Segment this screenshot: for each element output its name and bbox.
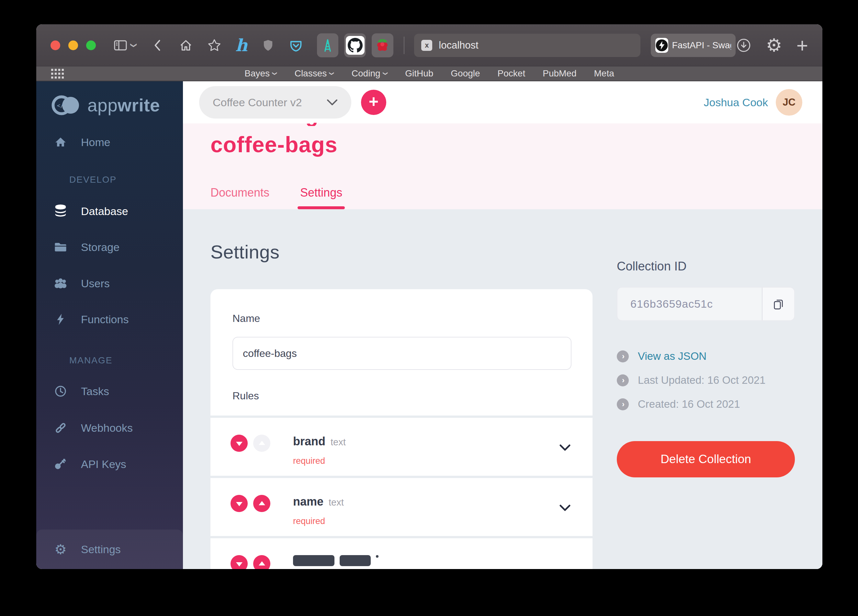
bookmarks-bar: Bayes❯ Classes❯ Coding❯ GitHub Google Po… <box>36 66 822 81</box>
collection-id-box: 616b3659ac51c <box>617 287 795 321</box>
settings-body: Settings Name Rules <box>183 209 822 569</box>
browser-toolbar: ❯ h <box>36 24 822 66</box>
rule-required-flag: required <box>293 456 346 466</box>
chevron-down-icon: ❯ <box>272 72 278 76</box>
expand-rule-chevron-icon[interactable] <box>560 444 570 452</box>
close-window-button[interactable] <box>51 40 60 50</box>
fastapi-icon <box>655 38 668 53</box>
user-name-link[interactable]: Joshua Cook <box>704 96 768 109</box>
bookmark-folder-classes[interactable]: Classes❯ <box>295 68 334 79</box>
window-controls <box>51 40 96 50</box>
move-down-button[interactable] <box>230 435 248 452</box>
sidebar-item-webhooks[interactable]: Webhooks <box>36 418 183 437</box>
sidebar-item-storage[interactable]: Storage <box>36 238 183 257</box>
copy-button[interactable] <box>762 288 794 320</box>
rule-name: name <box>293 495 323 508</box>
settings-card: Name Rules brandtext <box>210 289 592 569</box>
lightning-icon <box>53 313 68 326</box>
browser-tab-fastapi[interactable]: FastAPI - Swagge… <box>651 34 735 57</box>
bookmark-pocket[interactable]: Pocket <box>497 68 525 79</box>
browser-settings-gear-icon[interactable]: ⚙ <box>766 36 782 54</box>
browser-window: ❯ h <box>36 24 822 569</box>
toolbar-divider <box>404 37 405 54</box>
github-extension-button[interactable] <box>344 33 366 58</box>
bookmark-github[interactable]: GitHub <box>405 68 433 79</box>
appwrite-logo[interactable]: </> appwrite <box>51 93 160 118</box>
bookmark-pubmed[interactable]: PubMed <box>542 68 576 79</box>
sidebar-item-settings[interactable]: ⚙ Settings <box>36 540 183 558</box>
address-bar[interactable]: x localhost <box>414 34 640 57</box>
rule-name: brand <box>293 435 325 448</box>
tab-title: FastAPI - Swagge… <box>672 40 731 51</box>
shield-icon[interactable] <box>261 39 275 52</box>
sidebar-item-home[interactable]: Home <box>36 133 183 152</box>
home-icon <box>53 136 68 149</box>
sidebar-item-users[interactable]: Users <box>36 274 183 293</box>
collection-name-input[interactable] <box>232 337 572 370</box>
sidebar-section-manage: MANAGE <box>69 355 112 366</box>
move-down-button[interactable] <box>230 555 248 569</box>
move-up-button[interactable] <box>253 495 270 512</box>
tab-documents[interactable]: Documents <box>210 186 269 209</box>
appwrite-logo-mark: </> <box>51 93 82 118</box>
users-icon <box>53 277 68 290</box>
name-field-label: Name <box>232 313 572 325</box>
move-up-button-disabled <box>253 435 270 452</box>
sidebar-item-functions[interactable]: Functions <box>36 310 183 329</box>
created-row: › Created: 16 Oct 2021 <box>617 398 795 410</box>
bookmark-google[interactable]: Google <box>451 68 480 79</box>
circle-chevron-icon: › <box>617 398 629 410</box>
sidebar-item-tasks[interactable]: Tasks <box>36 382 183 401</box>
honey-extension-icon[interactable]: h <box>235 35 248 55</box>
bookmark-star-icon[interactable] <box>207 38 222 53</box>
tab-settings[interactable]: Settings <box>300 186 342 209</box>
move-up-button[interactable] <box>253 555 270 569</box>
rule-type: text <box>331 437 346 447</box>
expand-rule-chevron-icon[interactable] <box>560 505 570 512</box>
minimize-window-button[interactable] <box>68 40 78 50</box>
clock-icon <box>53 385 68 398</box>
new-tab-plus-icon[interactable]: + <box>796 35 808 55</box>
sidebar-toggle-icon[interactable] <box>113 37 128 53</box>
bookmark-folder-coding[interactable]: Coding❯ <box>351 68 387 79</box>
rule-row-name: nametext required <box>210 476 592 536</box>
view-as-json-link[interactable]: View as JSON <box>638 350 706 362</box>
rule-row-clipped <box>210 536 592 569</box>
last-updated-row: › Last Updated: 16 Oct 2021 <box>617 374 795 386</box>
view-as-json-row[interactable]: › View as JSON <box>617 350 795 362</box>
collection-tabs: Documents Settings <box>210 186 342 209</box>
sidebar-item-database[interactable]: Database <box>36 202 183 221</box>
project-selector[interactable]: Coffee Counter v2 <box>199 86 351 118</box>
chevron-down-icon[interactable]: ❯ <box>130 42 138 48</box>
appwrite-sidebar: </> appwrite Home DEVELOP Database <box>36 81 183 569</box>
chevron-down-icon: ❯ <box>383 72 389 76</box>
sidebar-item-api-keys[interactable]: API Keys <box>36 455 183 473</box>
move-down-button[interactable] <box>230 495 248 512</box>
page-favicon: x <box>421 40 432 51</box>
chevron-down-icon: ❯ <box>329 72 335 76</box>
folder-icon <box>53 241 68 254</box>
bookmark-meta[interactable]: Meta <box>594 68 614 79</box>
created-text: Created: 16 Oct 2021 <box>638 398 740 410</box>
rule-row-brand: brandtext required <box>210 415 592 476</box>
downloads-icon[interactable] <box>735 37 752 53</box>
gear-icon: ⚙ <box>53 541 68 557</box>
home-icon[interactable] <box>179 38 193 53</box>
pocket-icon[interactable] <box>289 38 303 53</box>
rules-label: Rules <box>232 390 572 402</box>
apps-grid-icon[interactable] <box>51 68 64 80</box>
avatar[interactable]: JC <box>776 89 802 116</box>
back-icon[interactable] <box>151 38 165 53</box>
antenna-extension-button[interactable] <box>317 33 339 58</box>
circle-chevron-icon: › <box>617 374 629 386</box>
collection-header: coffee-bags coffee-bags Documents Settin… <box>183 123 822 209</box>
delete-collection-button[interactable]: Delete Collection <box>617 441 795 478</box>
project-selector-value: Coffee Counter v2 <box>213 96 327 109</box>
zoom-window-button[interactable] <box>86 40 96 50</box>
add-project-button[interactable]: + <box>361 90 386 115</box>
scrolled-text-artifact: coffee-bags <box>210 123 379 126</box>
bookmark-folder-bayes[interactable]: Bayes❯ <box>244 68 277 79</box>
raspberry-pi-extension-button[interactable] <box>372 33 393 58</box>
appwrite-logo-text: appwrite <box>87 95 160 116</box>
antenna-icon <box>320 37 336 53</box>
